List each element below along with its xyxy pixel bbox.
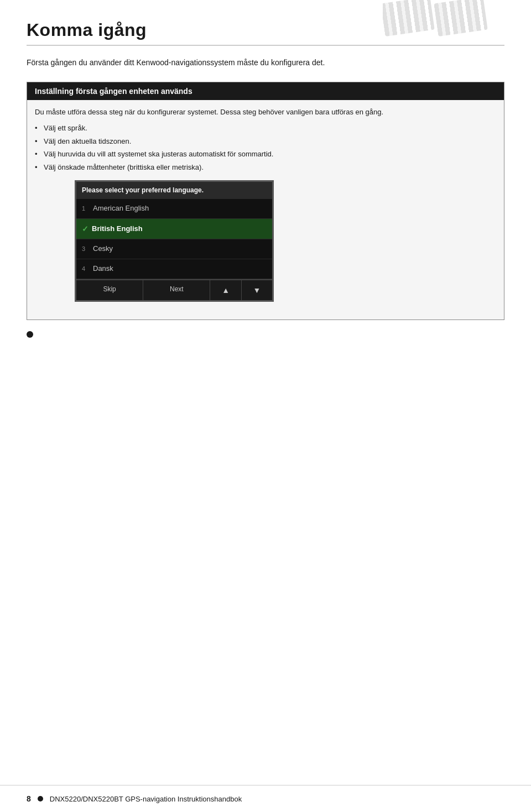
footer-product-text: DNX5220/DNX5220BT GPS-navigation Instruk… bbox=[50, 795, 242, 803]
language-item-cesky[interactable]: 3 Cesky bbox=[76, 239, 272, 259]
scroll-down-button[interactable]: ▼ bbox=[242, 280, 272, 300]
info-box-body: Du måste utföra dessa steg när du konfig… bbox=[27, 100, 504, 319]
tire-tracks-decoration bbox=[383, 0, 504, 39]
header-divider bbox=[27, 45, 504, 46]
language-item-american-english[interactable]: 1 American English bbox=[76, 199, 272, 219]
item-num-4: 4 bbox=[82, 264, 90, 274]
british-english-label: British English bbox=[92, 223, 143, 235]
info-box-list-item-1: Välj ett språk. bbox=[35, 123, 496, 134]
item-num-3: 3 bbox=[82, 244, 90, 254]
cesky-label: Cesky bbox=[93, 243, 113, 255]
dansk-label: Dansk bbox=[93, 263, 113, 275]
american-english-label: American English bbox=[93, 203, 149, 214]
page-number: 8 bbox=[27, 794, 31, 803]
info-box: Inställning första gången enheten använd… bbox=[27, 82, 504, 320]
tire-track-1 bbox=[383, 0, 435, 36]
footer-dot bbox=[38, 796, 43, 801]
device-screen: Please select your preferred language. 1… bbox=[75, 180, 274, 302]
language-item-british-english[interactable]: ✓ British English bbox=[76, 219, 272, 239]
info-box-title: Inställning första gången enheten använd… bbox=[27, 82, 504, 100]
info-box-paragraph: Du måste utföra dessa steg när du konfig… bbox=[35, 107, 496, 118]
language-item-dansk[interactable]: 4 Dansk bbox=[76, 259, 272, 279]
info-box-list: Välj ett språk. Välj den aktuella tidszo… bbox=[35, 123, 496, 174]
intro-paragraph: Första gången du använder ditt Kenwood-n… bbox=[0, 57, 531, 82]
screen-footer: Skip Next ▲ ▼ bbox=[76, 279, 272, 300]
tire-track-2 bbox=[434, 0, 487, 36]
next-button[interactable]: Next bbox=[143, 280, 210, 300]
info-box-list-item-3: Välj huruvida du vill att systemet ska j… bbox=[35, 149, 496, 160]
skip-button[interactable]: Skip bbox=[76, 280, 143, 300]
page-header: Komma igång bbox=[0, 0, 531, 46]
selected-checkmark: ✓ bbox=[82, 223, 88, 235]
screen-list: 1 American English ✓ British English 3 C… bbox=[76, 199, 272, 279]
scroll-up-button[interactable]: ▲ bbox=[210, 280, 241, 300]
screen-header: Please select your preferred language. bbox=[76, 182, 272, 199]
info-box-list-item-4: Välj önskade måttenheter (brittiska elle… bbox=[35, 162, 496, 174]
page-footer: 8 DNX5220/DNX5220BT GPS-navigation Instr… bbox=[0, 785, 531, 812]
info-box-list-item-2: Välj den aktuella tidszonen. bbox=[35, 136, 496, 148]
section-dot bbox=[27, 331, 33, 338]
item-num-1: 1 bbox=[82, 204, 90, 214]
section-marker bbox=[27, 331, 504, 338]
